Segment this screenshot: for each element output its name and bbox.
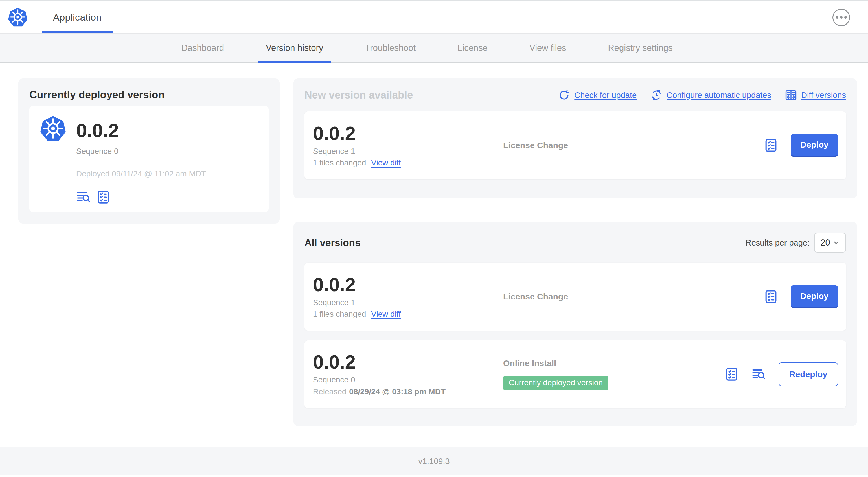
app-navbar: Dashboard Version history Troubleshoot L… <box>0 33 868 63</box>
tab-dashboard[interactable]: Dashboard <box>174 34 232 62</box>
version-sequence: Sequence 1 <box>313 147 503 156</box>
results-per-page-label: Results per page: <box>746 238 810 247</box>
app-header: Application <box>0 1 868 33</box>
files-changed-label: 1 files changed <box>313 309 366 319</box>
refresh-icon <box>558 89 570 101</box>
version-row: 0.0.2 Sequence 0 Released 08/29/24 @ 03:… <box>305 340 846 408</box>
new-version-card: 0.0.2 Sequence 1 1 files changed View di… <box>305 112 846 179</box>
results-per-page-value: 20 <box>820 238 830 248</box>
kubernetes-logo-icon <box>39 115 67 143</box>
version-source: License Change <box>503 141 764 150</box>
chevron-down-icon <box>832 239 840 246</box>
currently-deployed-card: 0.0.2 Sequence 0 Deployed 09/11/24 @ 11:… <box>29 106 269 212</box>
all-versions-panel: All versions Results per page: 20 0.0.2 … <box>293 222 857 426</box>
version-actions: Deploy <box>764 285 838 308</box>
all-versions-title: All versions <box>305 237 360 248</box>
tab-version-history[interactable]: Version history <box>258 34 331 62</box>
currently-deployed-panel: Currently deployed version 0.0.2 Sequenc… <box>18 79 280 223</box>
diff-versions-link[interactable]: Diff versions <box>785 89 846 101</box>
version-actions: Redeploy <box>724 362 838 386</box>
more-options-button[interactable] <box>832 9 850 26</box>
deployed-version-number: 0.0.2 <box>76 121 206 140</box>
right-column: New version available Check for update C… <box>293 79 857 426</box>
tab-registry-settings[interactable]: Registry settings <box>600 34 680 62</box>
configure-automatic-updates-link[interactable]: Configure automatic updates <box>650 89 771 101</box>
app-footer: v1.109.3 <box>0 447 868 475</box>
view-diff-link[interactable]: View diff <box>371 158 401 168</box>
version-info: 0.0.2 Sequence 0 Released 08/29/24 @ 03:… <box>313 352 503 396</box>
app-tab-active-underline <box>42 31 113 33</box>
version-number: 0.0.2 <box>313 124 503 143</box>
released-row: Released 08/29/24 @ 03:18 pm MDT <box>313 387 503 396</box>
diff-icon <box>785 89 797 101</box>
released-timestamp: 08/29/24 @ 03:18 pm MDT <box>349 387 445 396</box>
deploy-button[interactable]: Deploy <box>791 285 838 308</box>
deployed-timestamp: Deployed 09/11/24 @ 11:02 am MDT <box>76 169 206 178</box>
update-actions: Check for update Configure automatic upd… <box>558 89 846 101</box>
files-changed-label: 1 files changed <box>313 158 366 168</box>
files-changed-row: 1 files changed View diff <box>313 158 503 168</box>
new-version-title: New version available <box>305 89 413 101</box>
version-actions: Deploy <box>764 134 838 157</box>
view-logs-icon[interactable] <box>76 190 91 204</box>
all-versions-header: All versions Results per page: 20 <box>305 233 846 252</box>
new-version-panel: New version available Check for update C… <box>293 79 857 199</box>
version-source: License Change <box>503 292 764 301</box>
currently-deployed-badge: Currently deployed version <box>503 376 609 390</box>
preflight-checks-icon[interactable] <box>764 289 778 304</box>
version-sequence: Sequence 0 <box>313 376 503 384</box>
deployed-sequence: Sequence 0 <box>76 147 206 156</box>
deploy-button[interactable]: Deploy <box>791 134 838 157</box>
currently-deployed-title: Currently deployed version <box>29 89 269 101</box>
kubernetes-logo-icon <box>7 7 28 28</box>
view-logs-icon[interactable] <box>751 367 766 382</box>
version-number: 0.0.2 <box>313 275 503 294</box>
results-per-page: Results per page: 20 <box>746 233 846 252</box>
files-changed-row: 1 files changed View diff <box>313 309 503 319</box>
version-info: 0.0.2 Sequence 1 1 files changed View di… <box>313 275 503 319</box>
version-number: 0.0.2 <box>313 352 503 371</box>
console-version: v1.109.3 <box>418 457 450 466</box>
app-title: Application <box>53 12 101 23</box>
source-label: License Change <box>503 292 764 301</box>
source-label: License Change <box>503 141 764 150</box>
tab-troubleshoot[interactable]: Troubleshoot <box>357 34 423 62</box>
released-label: Released <box>313 387 346 396</box>
app-tab[interactable]: Application <box>53 1 102 33</box>
results-per-page-select[interactable]: 20 <box>814 233 846 252</box>
preflight-checks-icon[interactable] <box>724 367 739 382</box>
version-row: 0.0.2 Sequence 1 1 files changed View di… <box>305 263 846 330</box>
tab-license[interactable]: License <box>450 34 495 62</box>
new-version-header: New version available Check for update C… <box>305 89 846 101</box>
deployed-version-info: 0.0.2 Sequence 0 Deployed 09/11/24 @ 11:… <box>76 115 206 204</box>
view-diff-link[interactable]: View diff <box>371 309 401 319</box>
main-content: Currently deployed version 0.0.2 Sequenc… <box>0 63 868 426</box>
redeploy-button[interactable]: Redeploy <box>779 362 838 386</box>
version-source: Online Install Currently deployed versio… <box>503 358 724 390</box>
deployed-actions <box>76 190 206 204</box>
preflight-checks-icon[interactable] <box>96 190 111 204</box>
check-for-update-link[interactable]: Check for update <box>558 89 637 101</box>
auto-update-clock-icon <box>650 89 662 101</box>
version-info: 0.0.2 Sequence 1 1 files changed View di… <box>313 124 503 168</box>
tab-view-files[interactable]: View files <box>522 34 574 62</box>
source-label: Online Install <box>503 358 724 368</box>
ellipsis-icon <box>836 16 838 19</box>
preflight-checks-icon[interactable] <box>764 138 778 153</box>
version-sequence: Sequence 1 <box>313 298 503 307</box>
